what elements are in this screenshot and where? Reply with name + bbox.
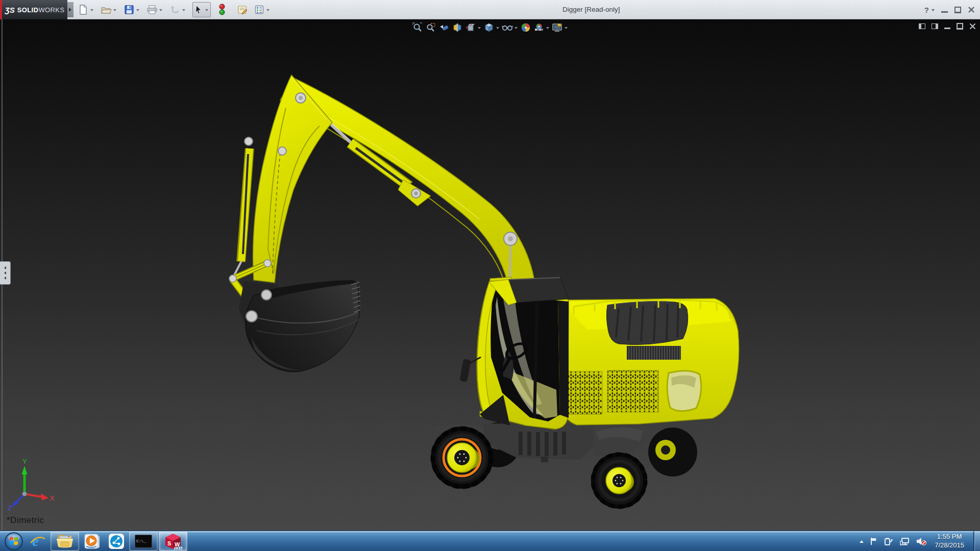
- model-engine-housing[interactable]: [542, 298, 739, 425]
- annotation-views-button[interactable]: [464, 21, 477, 34]
- command-prompt-text: C:\_: [135, 539, 146, 543]
- options-button[interactable]: [253, 3, 266, 17]
- select-tool[interactable]: [192, 2, 211, 17]
- taskbar-item-solidworks-2015[interactable]: S W 2015: [159, 532, 187, 551]
- select-dropdown[interactable]: [205, 9, 208, 13]
- doc-minimize-button[interactable]: [944, 28, 950, 29]
- interference-stoplight-button[interactable]: [215, 3, 229, 17]
- view-orientation-button[interactable]: [483, 21, 495, 34]
- tray-clock[interactable]: 1:55 PM 7/28/2015: [935, 533, 964, 550]
- edit-appearance-button[interactable]: [520, 21, 532, 34]
- display-style-dropdown[interactable]: [514, 27, 518, 31]
- restore-button[interactable]: [954, 7, 961, 13]
- view-orientation-label: *Dimetric: [7, 515, 44, 525]
- axis-x-label: X: [50, 494, 55, 502]
- view-settings-button[interactable]: [551, 21, 564, 34]
- new-document-icon: [78, 5, 88, 15]
- model-front-wheel[interactable]: [431, 427, 493, 489]
- folder-icon: [56, 534, 74, 549]
- help-button[interactable]: ?: [924, 6, 929, 14]
- help-dropdown[interactable]: [932, 9, 935, 13]
- excavator-model[interactable]: [229, 75, 739, 509]
- clock-time: 1:55 PM: [937, 533, 962, 541]
- taskbar-item-share-app[interactable]: [104, 531, 129, 551]
- doc-close-button[interactable]: [969, 23, 976, 30]
- file-properties-icon: [237, 5, 248, 15]
- taskbar: e C:: [0, 531, 980, 551]
- chevron-left-icon: [3, 277, 6, 280]
- taskbar-item-windows-explorer[interactable]: [51, 532, 79, 551]
- command-prompt-icon: C:\_: [135, 535, 152, 548]
- show-hidden-icons-button[interactable]: [860, 538, 864, 543]
- zoom-to-area-button[interactable]: [425, 21, 437, 34]
- open-folder-icon: [101, 5, 112, 15]
- open-button[interactable]: [100, 3, 113, 17]
- print-button[interactable]: [145, 3, 159, 17]
- edit-appearance-ball-icon: [521, 22, 531, 33]
- section-view-icon: [452, 22, 462, 33]
- start-button[interactable]: [2, 531, 26, 551]
- power-plug-icon[interactable]: [884, 537, 894, 546]
- model-cab[interactable]: [459, 278, 569, 429]
- print-dropdown[interactable]: [159, 9, 162, 13]
- apply-scene-button[interactable]: [533, 21, 545, 34]
- save-dropdown[interactable]: [136, 9, 139, 13]
- solidworks-logo: ƷS SOLIDWORKS: [2, 0, 67, 19]
- axis-y-label: Y: [22, 458, 27, 465]
- open-dropdown[interactable]: [113, 9, 116, 13]
- taskbar-item-media-player[interactable]: [80, 531, 104, 551]
- new-document-button[interactable]: [77, 3, 90, 17]
- volume-muted-icon[interactable]: [916, 537, 927, 546]
- section-view-button[interactable]: [451, 21, 463, 34]
- clock-date: 7/28/2015: [935, 541, 964, 550]
- view-settings-dropdown[interactable]: [565, 27, 568, 31]
- action-center-flag-icon[interactable]: [869, 537, 878, 546]
- solidworks-2015-icon: S W 2015: [164, 533, 182, 550]
- zoom-to-fit-button[interactable]: [411, 21, 424, 34]
- save-button[interactable]: [122, 3, 136, 17]
- graphics-viewport[interactable]: Z X Y: [0, 19, 980, 531]
- model-engine-cover[interactable]: [606, 302, 688, 345]
- model-cab-roof: [508, 278, 569, 303]
- options-dropdown[interactable]: [266, 9, 270, 13]
- main-toolbar: [77, 0, 272, 19]
- feature-manager-collapsed-tab[interactable]: [0, 261, 11, 285]
- undo-button[interactable]: [168, 3, 182, 17]
- save-floppy-icon: [124, 5, 134, 15]
- brand-works: WORKS: [38, 6, 64, 14]
- menu-expander-button[interactable]: [67, 2, 74, 17]
- show-right-pane-button[interactable]: [932, 23, 938, 29]
- previous-view-button[interactable]: [438, 21, 450, 34]
- chevron-left-icon: [3, 271, 6, 274]
- annotation-views-dropdown[interactable]: [478, 27, 481, 31]
- network-icon[interactable]: [900, 537, 910, 546]
- stoplight-icon: [219, 4, 225, 16]
- new-dropdown[interactable]: [90, 9, 93, 13]
- brand-solid: SOLID: [17, 6, 39, 14]
- model-far-rear-wheel[interactable]: [648, 428, 697, 477]
- apply-scene-dropdown[interactable]: [546, 27, 549, 31]
- taskbar-item-internet-explorer[interactable]: e: [26, 531, 50, 551]
- taskbar-item-command-prompt[interactable]: C:\_: [129, 532, 158, 551]
- view-orientation-cube-icon: [484, 22, 494, 33]
- minimize-button[interactable]: [941, 11, 948, 13]
- view-settings-icon: [552, 22, 563, 33]
- options-checklist-icon: [254, 5, 264, 15]
- display-style-button[interactable]: [501, 21, 513, 34]
- model-mirror: [459, 359, 471, 382]
- show-left-pane-button[interactable]: [919, 23, 925, 29]
- doc-restore-button[interactable]: [957, 23, 963, 29]
- show-desktop-button[interactable]: [973, 531, 980, 551]
- titlebar: ƷS SOLIDWORKS Digger: [0, 0, 980, 19]
- model-bucket[interactable]: [239, 281, 360, 372]
- view-orientation-dropdown[interactable]: [496, 27, 499, 31]
- window-title: Digger [Read-only]: [562, 6, 620, 13]
- share-app-icon: [108, 533, 125, 550]
- heads-up-view-toolbar: [411, 21, 569, 34]
- 3ds-logo-icon: ƷS: [5, 6, 14, 14]
- file-properties-button[interactable]: [236, 3, 249, 17]
- undo-dropdown[interactable]: [182, 9, 185, 13]
- close-button[interactable]: [968, 6, 975, 13]
- windows-start-icon: [4, 532, 23, 551]
- model-rear-wheel[interactable]: [591, 453, 647, 509]
